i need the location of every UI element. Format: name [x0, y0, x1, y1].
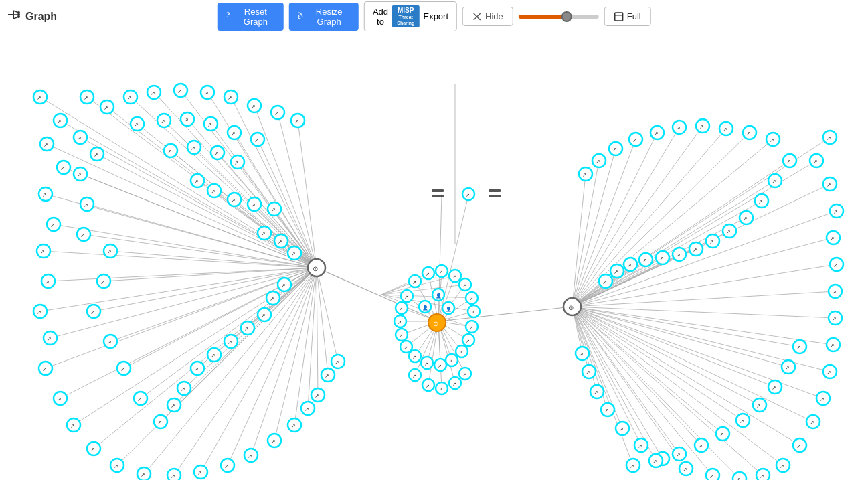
title-area: Graph — [7, 7, 74, 25]
svg-text:↗: ↗ — [37, 95, 41, 101]
svg-text:↗: ↗ — [291, 423, 296, 429]
svg-text:↗: ↗ — [171, 473, 175, 479]
svg-text:↗: ↗ — [231, 131, 236, 137]
svg-text:↗: ↗ — [758, 199, 763, 205]
svg-line-106 — [572, 307, 663, 459]
svg-line-117 — [572, 127, 679, 307]
svg-text:↗: ↗ — [37, 309, 41, 315]
svg-text:↗: ↗ — [274, 110, 279, 116]
svg-text:↗: ↗ — [699, 124, 704, 130]
add-to-export-button[interactable]: Add to MISP Threat Sharing Export — [364, 1, 457, 31]
full-label: Full — [627, 11, 641, 21]
svg-text:↗: ↗ — [596, 159, 600, 165]
svg-line-37 — [317, 268, 328, 375]
svg-text:↗: ↗ — [80, 232, 85, 238]
page-title: Graph — [25, 11, 57, 23]
svg-text:↗: ↗ — [614, 269, 618, 275]
svg-text:↗: ↗ — [462, 283, 466, 288]
hide-button[interactable]: Hide — [462, 7, 513, 26]
svg-rect-497 — [432, 189, 444, 192]
svg-text:↗: ↗ — [399, 307, 403, 311]
svg-line-38 — [317, 268, 338, 362]
svg-text:↗: ↗ — [638, 443, 642, 449]
toolbar: Reset Graph Resize Graph Add to MISP Thr… — [217, 1, 651, 31]
svg-text:↗: ↗ — [820, 396, 824, 402]
svg-text:↗: ↗ — [832, 289, 837, 295]
svg-text:↗: ↗ — [746, 131, 751, 137]
svg-text:↗: ↗ — [42, 366, 47, 372]
svg-text:↗: ↗ — [77, 135, 82, 141]
svg-rect-499 — [489, 189, 501, 192]
svg-text:↗: ↗ — [833, 209, 838, 215]
svg-line-36 — [317, 268, 318, 395]
svg-text:↗: ↗ — [335, 359, 339, 366]
svg-text:↗: ↗ — [177, 88, 182, 94]
svg-text:↗: ↗ — [248, 453, 252, 459]
svg-text:↗: ↗ — [833, 262, 838, 268]
svg-text:↗: ↗ — [830, 236, 835, 242]
svg-text:↗: ↗ — [642, 258, 647, 264]
slider-track — [519, 15, 599, 19]
svg-text:↗: ↗ — [60, 165, 65, 171]
export-label: Export — [423, 11, 448, 21]
svg-text:↗: ↗ — [244, 326, 249, 332]
misp-name: MISP — [398, 7, 414, 14]
svg-text:↗: ↗ — [469, 325, 473, 330]
svg-text:↗: ↗ — [207, 122, 212, 128]
svg-text:↗: ↗ — [70, 423, 75, 429]
svg-text:↗: ↗ — [50, 222, 55, 228]
svg-text:↗: ↗ — [104, 105, 108, 111]
svg-line-180 — [381, 295, 472, 298]
svg-text:↗: ↗ — [772, 179, 776, 185]
svg-text:↗: ↗ — [832, 316, 837, 322]
svg-text:↗: ↗ — [171, 403, 175, 409]
svg-text:↗: ↗ — [683, 467, 687, 473]
svg-text:↗: ↗ — [42, 192, 47, 198]
svg-rect-500 — [489, 195, 501, 197]
svg-text:↗: ↗ — [251, 104, 256, 110]
svg-text:↗: ↗ — [726, 229, 731, 235]
svg-text:↗: ↗ — [709, 473, 714, 479]
svg-text:↗: ↗ — [84, 202, 88, 208]
svg-text:↗: ↗ — [412, 374, 416, 378]
svg-text:↗: ↗ — [449, 359, 453, 364]
svg-line-136 — [572, 307, 800, 347]
svg-text:↗: ↗ — [271, 438, 276, 445]
svg-text:↗: ↗ — [404, 345, 408, 350]
svg-text:↗: ↗ — [404, 295, 408, 299]
svg-text:↗: ↗ — [654, 131, 659, 137]
svg-rect-11 — [615, 13, 623, 21]
svg-text:↗: ↗ — [224, 463, 229, 469]
misp-sub: Threat Sharing — [396, 15, 416, 26]
full-button[interactable]: Full — [604, 7, 651, 26]
reset-graph-button[interactable]: Reset Graph — [217, 3, 284, 31]
svg-text:↗: ↗ — [796, 443, 801, 449]
svg-text:↗: ↗ — [827, 370, 831, 376]
svg-text:↗: ↗ — [827, 182, 831, 188]
svg-text:↗: ↗ — [57, 396, 62, 402]
svg-text:↗: ↗ — [325, 373, 329, 379]
svg-text:↗: ↗ — [40, 249, 45, 255]
svg-text:↗: ↗ — [211, 353, 215, 359]
svg-text:↗: ↗ — [261, 231, 266, 237]
svg-text:↗: ↗ — [772, 385, 776, 391]
svg-text:↗: ↗ — [627, 262, 632, 268]
svg-text:↗: ↗ — [770, 137, 774, 143]
resize-label: Resize Graph — [309, 7, 349, 27]
svg-text:↗: ↗ — [827, 135, 831, 141]
svg-text:↗: ↗ — [44, 142, 48, 148]
svg-text:↗: ↗ — [659, 256, 664, 262]
svg-text:↗: ↗ — [194, 179, 199, 185]
svg-text:↗: ↗ — [90, 447, 95, 453]
resize-graph-button[interactable]: Resize Graph — [289, 3, 359, 31]
svg-text:↗: ↗ — [194, 366, 199, 372]
graph-canvas[interactable]: ↗ ↗ ↗ ↗ ↗ ↗ ↗ ↗ ↗ ↗ ↗ ↗ ↗ ↗ ↗ ↗ ↗ ↗ ↗ ↗ … — [0, 33, 868, 480]
svg-text:↗: ↗ — [760, 473, 764, 479]
svg-text:↗: ↗ — [630, 463, 634, 469]
svg-text:↗: ↗ — [780, 463, 784, 469]
svg-text:↗: ↗ — [305, 406, 309, 412]
svg-text:↗: ↗ — [743, 216, 748, 222]
svg-text:↗: ↗ — [94, 152, 98, 158]
svg-line-19 — [44, 251, 317, 268]
svg-text:↗: ↗ — [723, 127, 727, 133]
